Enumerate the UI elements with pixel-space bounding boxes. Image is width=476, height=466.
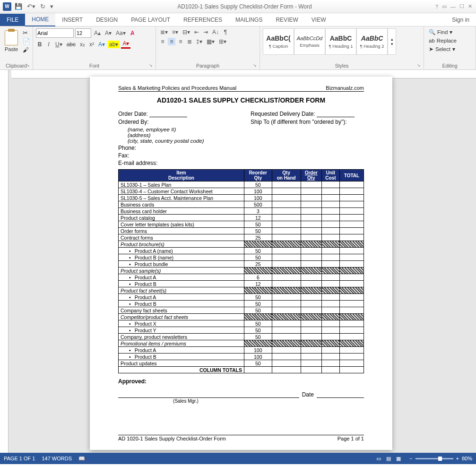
font-size-select[interactable]	[75, 28, 91, 38]
tab-review[interactable]: REVIEW	[269, 14, 304, 26]
zoom-level[interactable]: 80%	[462, 456, 472, 461]
tab-mailings[interactable]: MAILINGS	[229, 14, 269, 26]
undo-icon[interactable]: ↶▾	[26, 3, 37, 10]
change-case-icon[interactable]: Aa▾	[114, 29, 127, 37]
table-totals-row: COLUMN TOTALS	[119, 367, 364, 373]
zoom-out-icon[interactable]: −	[409, 456, 412, 461]
minimize-icon[interactable]: —	[450, 4, 456, 9]
proofing-icon[interactable]: 📖	[78, 456, 85, 462]
superscript-button[interactable]: x²	[88, 41, 95, 48]
bullets-icon[interactable]: ≣▾	[159, 28, 169, 36]
zoom-in-icon[interactable]: +	[456, 456, 459, 461]
dialog-launcher-icon[interactable]: ↘	[149, 63, 153, 68]
dialog-launcher-icon[interactable]: ↘	[26, 63, 30, 68]
table-row: Product A50	[119, 294, 364, 301]
styles-more-icon[interactable]: ▴▾	[388, 28, 396, 55]
zoom-slider[interactable]	[415, 458, 453, 459]
cursor-icon: ➤	[429, 46, 433, 52]
tab-references[interactable]: REFERENCES	[177, 14, 229, 26]
table-row: SL1030-5 – Sales Acct. Maintenance Plan1…	[119, 195, 364, 201]
tab-design[interactable]: DESIGN	[89, 14, 124, 26]
table-row: Product B100	[119, 354, 364, 360]
table-row: Cover letter templates (sales kits)50	[119, 221, 364, 228]
close-icon[interactable]: ✕	[468, 3, 472, 9]
find-button[interactable]: 🔍Find ▾	[427, 28, 473, 36]
style-thumb[interactable]: AaBbCcDdEmphasis	[294, 28, 325, 55]
select-button[interactable]: ➤Select ▾	[427, 45, 473, 53]
clipboard-group: Paste ✂ 📄 🖌 Clipboard↘	[0, 26, 33, 69]
font-color-icon[interactable]: A▾	[121, 40, 130, 49]
vertical-ruler[interactable]	[0, 70, 9, 453]
file-tab[interactable]: FILE	[0, 14, 25, 26]
align-left-icon[interactable]: ≡	[159, 38, 166, 45]
table-row: SL1030-1 – Sales Plan50	[119, 181, 364, 188]
cut-icon[interactable]: ✂	[23, 29, 30, 36]
style-thumb[interactable]: AaBbC¶ Heading 2	[356, 28, 388, 55]
table-row: Contract forms25	[119, 234, 364, 241]
bold-button[interactable]: B	[36, 41, 43, 48]
show-marks-icon[interactable]: ¶	[222, 28, 229, 36]
table-row: Company, product newsletters50	[119, 334, 364, 340]
page-count[interactable]: PAGE 1 OF 1	[4, 456, 35, 461]
shading-icon[interactable]: ▦▾	[205, 38, 216, 45]
read-mode-icon[interactable]: ▭	[376, 456, 381, 461]
word-count[interactable]: 147 WORDS	[42, 456, 72, 461]
tab-page-layout[interactable]: PAGE LAYOUT	[124, 14, 177, 26]
italic-button[interactable]: I	[45, 41, 52, 48]
style-thumb[interactable]: AaBbC¶ Heading 1	[325, 28, 356, 55]
doc-header-left: Sales & Marketing Policies and Procedure…	[118, 85, 236, 91]
signature-line	[118, 397, 299, 398]
tab-insert[interactable]: INSERT	[55, 14, 89, 26]
help-icon[interactable]: ?	[435, 4, 438, 9]
line-spacing-icon[interactable]: ‡▾	[195, 38, 204, 45]
approved-label: Approved:	[118, 378, 364, 385]
replace-icon: ab	[429, 38, 435, 43]
sort-icon[interactable]: A↓	[211, 28, 220, 36]
signin-link[interactable]: Sign in	[445, 14, 476, 26]
copy-icon[interactable]: 📄	[23, 38, 30, 45]
redo-icon[interactable]: ↻	[39, 3, 47, 10]
table-row: Product updates50	[119, 360, 364, 367]
web-layout-icon[interactable]: ▦	[396, 456, 401, 461]
ribbon-options-icon[interactable]: ▭	[442, 3, 447, 9]
increase-indent-icon[interactable]: ⇥	[202, 28, 209, 36]
qat-customize-icon[interactable]: ▾	[49, 3, 55, 10]
document-page[interactable]: Sales & Marketing Policies and Procedure…	[90, 77, 392, 450]
replace-button[interactable]: abReplace	[427, 37, 473, 44]
table-header: Qtyon Hand	[272, 170, 301, 181]
align-center-icon[interactable]: ≡	[168, 38, 175, 45]
style-thumb[interactable]: AaBbC(¶ Caption	[263, 28, 294, 55]
document-workspace: Sales & Marketing Policies and Procedure…	[0, 70, 476, 453]
text-effects-icon[interactable]: A▾	[97, 41, 106, 48]
borders-icon[interactable]: ⊞▾	[217, 38, 228, 45]
paste-button[interactable]: Paste	[3, 28, 20, 54]
decrease-indent-icon[interactable]: ⇤	[193, 28, 200, 36]
tab-view[interactable]: VIEW	[305, 14, 333, 26]
numbering-icon[interactable]: ≡▾	[171, 28, 180, 36]
shrink-font-icon[interactable]: A▾	[104, 29, 113, 37]
tab-home[interactable]: HOME	[25, 13, 55, 26]
format-painter-icon[interactable]: 🖌	[23, 46, 30, 53]
clear-formatting-icon[interactable]: A̷	[129, 29, 136, 37]
editing-group: 🔍Find ▾ abReplace ➤Select ▾ Editing	[424, 26, 476, 69]
dialog-launcher-icon[interactable]: ↘	[417, 63, 421, 68]
underline-button[interactable]: U▾	[54, 41, 64, 48]
print-layout-icon[interactable]: ▤	[386, 456, 391, 461]
subscript-button[interactable]: x₂	[78, 41, 87, 48]
font-name-select[interactable]	[36, 28, 74, 38]
doc-title: AD1020-1 SALES SUPPLY CHECKLIST/ORDER FO…	[118, 96, 364, 104]
table-row: Product catalog12	[119, 215, 364, 221]
multilevel-list-icon[interactable]: ⊟▾	[181, 28, 191, 36]
strikethrough-button[interactable]: abc	[65, 41, 77, 48]
maximize-icon[interactable]: ☐	[459, 3, 464, 9]
dialog-launcher-icon[interactable]: ↘	[253, 63, 257, 68]
highlight-icon[interactable]: ab▾	[108, 41, 120, 48]
clipboard-icon	[5, 30, 18, 45]
styles-group: AaBbC(¶ CaptionAaBbCcDdEmphasisAaBbC¶ He…	[260, 26, 424, 69]
grow-font-icon[interactable]: A▴	[93, 29, 102, 37]
save-icon[interactable]: 💾	[13, 3, 24, 10]
align-right-icon[interactable]: ≡	[177, 38, 184, 45]
justify-icon[interactable]: ≣	[186, 38, 193, 45]
table-row: Product B12	[119, 281, 364, 287]
table-row: Order forms50	[119, 228, 364, 234]
